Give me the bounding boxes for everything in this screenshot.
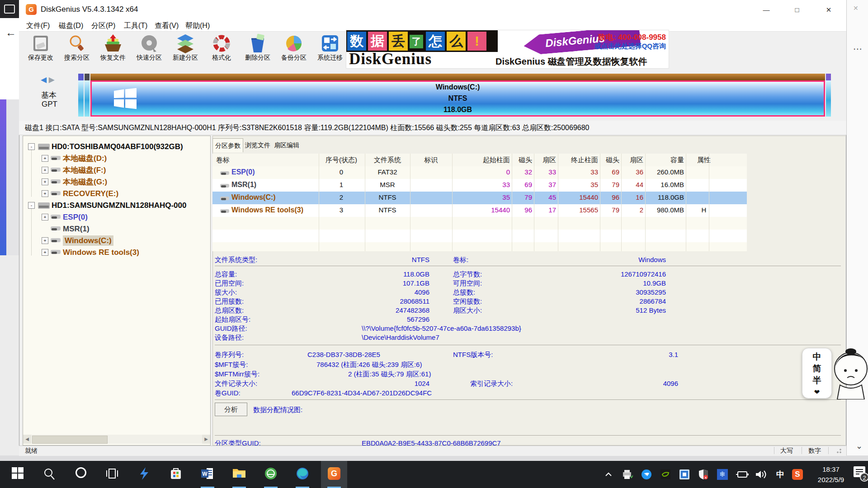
- menu-disk[interactable]: 磁盘(D): [56, 20, 86, 32]
- tab-sector-edit[interactable]: 扇区编辑: [272, 138, 301, 152]
- tree-item-local-g[interactable]: + 本地磁盘(G:): [23, 177, 211, 188]
- menu-view[interactable]: 查看(V): [152, 20, 181, 32]
- col-end-sector[interactable]: 扇区: [621, 156, 643, 164]
- format-button[interactable]: 格式化: [203, 33, 240, 68]
- close-button[interactable]: ✕: [818, 4, 839, 16]
- expand-toggle[interactable]: +: [42, 178, 48, 185]
- taskbar-clock[interactable]: 18:37 2022/5/9: [812, 464, 850, 485]
- esp-partition-block[interactable]: [78, 80, 84, 117]
- ime-mode-simplified[interactable]: 简: [802, 363, 831, 375]
- scroll-left-button[interactable]: ◀: [23, 435, 31, 444]
- analyze-button[interactable]: 分析: [215, 403, 247, 416]
- col-volume-label[interactable]: 卷标: [216, 156, 230, 164]
- scrollbar-thumb[interactable]: [32, 436, 108, 444]
- tray-intel-graphics[interactable]: [677, 467, 692, 482]
- diskgenius-taskbar-button[interactable]: G: [321, 461, 347, 488]
- task-view-button[interactable]: [99, 461, 126, 488]
- delete-partition-button[interactable]: 删除分区: [240, 33, 276, 68]
- back-arrow-icon[interactable]: ←: [5, 26, 16, 39]
- recover-files-button[interactable]: 恢复文件: [95, 33, 131, 68]
- col-end-head[interactable]: 磁头: [600, 156, 619, 164]
- ime-floating-widget[interactable]: 中 简 半 ❤: [802, 348, 832, 399]
- taskbar-search-button[interactable]: [36, 461, 62, 488]
- tab-partition-params[interactable]: 分区参数: [212, 138, 243, 152]
- expand-toggle[interactable]: -: [28, 202, 35, 209]
- new-partition-button[interactable]: 新建分区: [167, 33, 203, 68]
- ime-mode-halfwidth[interactable]: 半: [802, 375, 831, 386]
- menu-help[interactable]: 帮助(H): [183, 20, 212, 32]
- file-explorer-button[interactable]: [226, 461, 252, 488]
- quick-partition-button[interactable]: 快速分区: [131, 33, 167, 68]
- col-end-cyl[interactable]: 终止柱面: [558, 156, 598, 164]
- expand-toggle[interactable]: +: [42, 237, 48, 244]
- col-attr[interactable]: 属性: [686, 156, 722, 164]
- tree-horizontal-scrollbar[interactable]: ◀ ▶: [23, 435, 210, 444]
- search-partition-button[interactable]: 搜索分区: [59, 33, 95, 68]
- expand-toggle[interactable]: +: [42, 214, 48, 221]
- menu-tools[interactable]: 工具(T): [121, 20, 150, 32]
- table-row-winre[interactable]: Windows RE tools(3) 3 NTFS 15440 96 17 1…: [212, 204, 747, 217]
- tray-dingtalk[interactable]: [639, 467, 654, 482]
- tree-item-msr[interactable]: MSR(1): [23, 224, 211, 235]
- table-row-windows-c-selected[interactable]: Windows(C:) 2 NTFS 35 79 45 15440 96 16 …: [212, 192, 747, 204]
- menu-partition[interactable]: 分区(P): [89, 20, 118, 32]
- expand-toggle[interactable]: +: [42, 190, 48, 197]
- tray-battery[interactable]: [735, 467, 750, 482]
- tree-item-windows-c[interactable]: + Windows(C:): [23, 235, 211, 246]
- chevron-down-icon[interactable]: ⌄: [856, 441, 863, 451]
- menu-file[interactable]: 文件(F): [24, 20, 52, 32]
- tree-item-recovery-e[interactable]: + RECOVERY(E:): [23, 188, 211, 199]
- expand-toggle[interactable]: +: [42, 249, 48, 256]
- tree-item-local-d[interactable]: + 本地磁盘(D:): [23, 153, 211, 164]
- tray-printer[interactable]: ✓: [620, 467, 635, 482]
- col-filesystem[interactable]: 文件系统: [365, 156, 410, 164]
- tab-browse-files[interactable]: 浏览文件: [243, 138, 272, 152]
- scroll-right-button[interactable]: ▶: [202, 435, 210, 444]
- browser-green-button[interactable]: [258, 461, 284, 488]
- msr-partition-block[interactable]: [85, 80, 90, 117]
- ime-mode-chinese[interactable]: 中: [802, 351, 831, 363]
- tree-item-winre[interactable]: + Windows RE tools(3): [23, 247, 211, 258]
- start-button[interactable]: [5, 461, 31, 488]
- tree-item-hd1[interactable]: - HD1:SAMSUNGMZNLN128HAHQ-000: [23, 200, 211, 211]
- table-row-esp[interactable]: ESP(0) 0 FAT32 0 32 33 33 69 36 260.0MB: [212, 166, 747, 179]
- winre-partition-block[interactable]: [826, 80, 831, 117]
- banner-qq-link[interactable]: 或点击此处选择QQ咨询: [594, 42, 666, 51]
- col-seq-status[interactable]: 序号(状态): [314, 156, 368, 164]
- col-start-head[interactable]: 磁头: [512, 156, 532, 164]
- expand-toggle[interactable]: -: [28, 143, 35, 150]
- table-row-msr[interactable]: MSR(1) 1 MSR 33 69 37 35 79 44 16.0MB: [212, 179, 747, 192]
- tree-item-hd0[interactable]: - HD0:TOSHIBAMQ04ABF100(932GB): [23, 141, 211, 152]
- word-button[interactable]: W: [194, 461, 221, 488]
- ms-store-button[interactable]: [163, 461, 189, 488]
- col-capacity[interactable]: 容量: [645, 156, 684, 164]
- tree-item-esp[interactable]: + ESP(0): [23, 212, 211, 223]
- more-options-icon[interactable]: ⋯: [853, 43, 862, 54]
- minimize-button[interactable]: —: [756, 4, 777, 16]
- tray-sogou[interactable]: S: [790, 467, 805, 482]
- backup-partition-button[interactable]: 备份分区: [276, 33, 312, 68]
- maximize-button[interactable]: □: [787, 4, 807, 16]
- tree-item-local-f[interactable]: + 本地磁盘(F:): [23, 165, 211, 176]
- col-start-sector[interactable]: 扇区: [534, 156, 556, 164]
- tray-speaker[interactable]: [754, 467, 769, 482]
- flash-app-button[interactable]: [131, 461, 157, 488]
- expand-toggle[interactable]: +: [42, 167, 48, 174]
- col-start-cyl[interactable]: 起始柱面: [466, 156, 510, 164]
- col-id[interactable]: 标识: [410, 156, 452, 164]
- tray-nvidia[interactable]: [658, 467, 673, 482]
- system-migration-button[interactable]: 系统迁移: [312, 33, 348, 68]
- tray-snowflake[interactable]: ❄: [715, 467, 730, 482]
- disk-nav-arrows[interactable]: ◀ ▶: [41, 75, 55, 84]
- cortana-button[interactable]: [68, 461, 94, 488]
- resize-grip[interactable]: [836, 448, 843, 454]
- ad-banner[interactable]: 数 据 丢 了 怎 么 ! DiskGenius DiskGenius 致电: …: [346, 30, 669, 69]
- tray-expand-chevron[interactable]: [601, 467, 616, 482]
- save-changes-button[interactable]: 保存更改: [23, 33, 59, 68]
- heart-icon[interactable]: ❤: [802, 386, 831, 398]
- expand-toggle[interactable]: +: [42, 155, 48, 162]
- background-close-icon[interactable]: ✕: [853, 5, 859, 12]
- edge-button[interactable]: [289, 461, 316, 488]
- tray-ime-indicator[interactable]: 中: [773, 467, 788, 482]
- tray-security-shield[interactable]: ✕: [696, 467, 711, 482]
